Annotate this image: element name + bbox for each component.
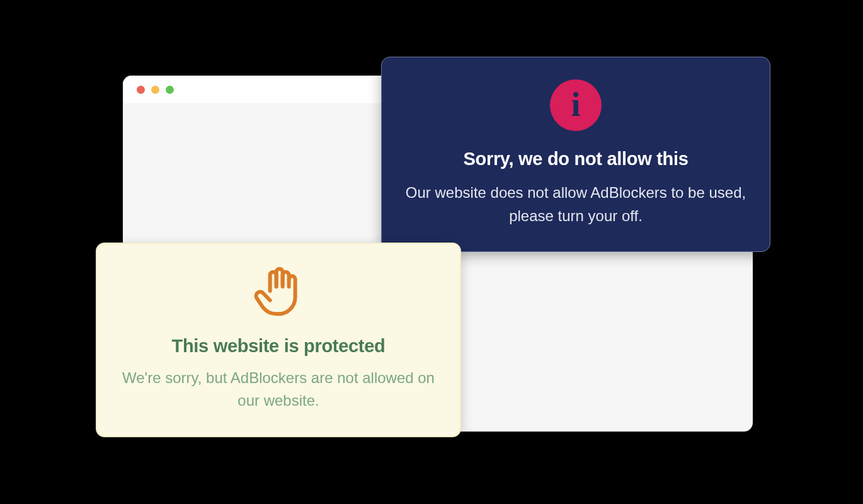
light-modal-body: We're sorry, but AdBlockers are not allo… — [116, 367, 441, 412]
info-badge: i — [550, 79, 602, 131]
maximize-traffic-light[interactable] — [166, 86, 174, 94]
hand-stop-icon — [253, 263, 304, 323]
adblock-modal-light: This website is protected We're sorry, b… — [96, 243, 461, 437]
dark-modal-title: Sorry, we do not allow this — [401, 149, 751, 169]
light-modal-title: This website is protected — [116, 336, 441, 357]
dark-modal-body: Our website does not allow AdBlockers to… — [401, 181, 751, 227]
adblock-modal-dark: i Sorry, we do not allow this Our websit… — [381, 57, 770, 252]
minimize-traffic-light[interactable] — [151, 86, 159, 94]
info-icon: i — [571, 88, 580, 122]
close-traffic-light[interactable] — [137, 86, 145, 94]
